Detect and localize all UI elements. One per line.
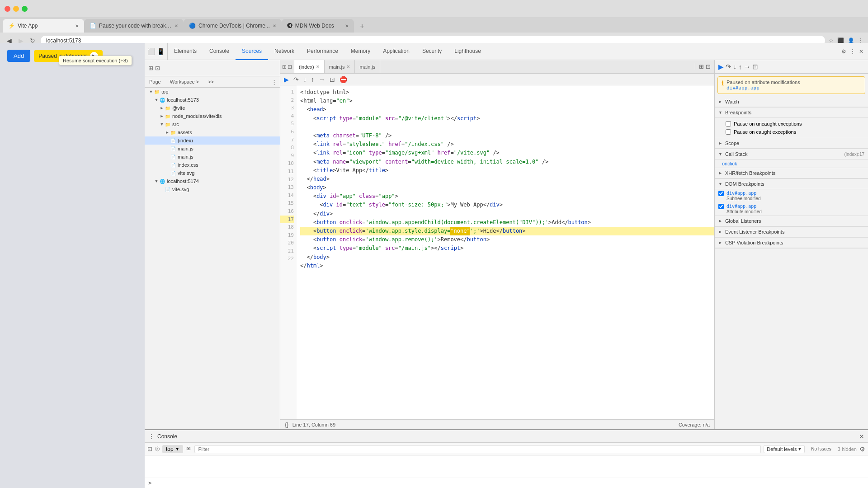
- tab-performance[interactable]: Performance: [301, 43, 344, 60]
- tab-close-devtools[interactable]: ✕: [273, 23, 276, 28]
- dont-pause-exception-button[interactable]: ⛔: [338, 76, 349, 83]
- source-tab-mainjs2[interactable]: main.js: [355, 60, 380, 74]
- maximize-button[interactable]: [22, 6, 28, 12]
- settings-icon[interactable]: ⚙: [841, 48, 846, 55]
- console-filter-input[interactable]: [194, 445, 761, 453]
- xhr-header[interactable]: ► XHR/fetch Breakpoints: [715, 168, 868, 178]
- tab-title-mdn: MDN Web Docs: [295, 23, 342, 29]
- add-button[interactable]: Add: [7, 50, 30, 62]
- console-eye-icon[interactable]: 👁: [186, 446, 192, 452]
- step-into-btn[interactable]: ↓: [733, 63, 737, 70]
- event-listener-header[interactable]: ► Event Listener Breakpoints: [715, 227, 868, 237]
- device-icon[interactable]: 📱: [157, 48, 165, 55]
- resume-execution-button[interactable]: ▶: [718, 63, 724, 71]
- sync-icon[interactable]: ⊞: [148, 65, 153, 71]
- console-settings-icon[interactable]: ⚙: [859, 446, 865, 453]
- close-devtools-icon[interactable]: ✕: [859, 48, 863, 55]
- tree-item-localhost-5174[interactable]: ▼ 🌐 localhost:5174: [145, 177, 280, 185]
- tab-sources[interactable]: Sources: [236, 43, 268, 60]
- tab-security[interactable]: Security: [416, 43, 448, 60]
- global-listeners-header[interactable]: ► Global Listeners: [715, 216, 868, 226]
- step-button[interactable]: →: [317, 76, 327, 83]
- new-file-icon[interactable]: ⋮: [271, 79, 277, 85]
- tab-close-mdn[interactable]: ✕: [345, 23, 349, 28]
- browser-tab-pause[interactable]: 📄 Pause your code with breakp... ✕: [84, 19, 184, 33]
- source-tab-mainjs1-close[interactable]: ✕: [346, 64, 350, 69]
- tab-close-pause[interactable]: ✕: [175, 23, 178, 28]
- tab-console[interactable]: Console: [203, 43, 236, 60]
- tab-lighthouse[interactable]: Lighthouse: [448, 43, 487, 60]
- toggle-sidebar-icon[interactable]: ⊡: [706, 63, 711, 70]
- tree-item-indexcss[interactable]: ► 📄 index.css: [145, 161, 280, 169]
- tree-item-top[interactable]: ▼ 📁 top: [145, 88, 280, 96]
- tree-item-src[interactable]: ▼ 📁 src: [145, 120, 280, 128]
- format-icon[interactable]: ⊡: [288, 64, 292, 70]
- resume-script-button[interactable]: ▶: [282, 76, 291, 83]
- call-stack-onclick[interactable]: onclick: [715, 160, 868, 168]
- tab-page[interactable]: Page: [145, 76, 165, 87]
- console-close-button[interactable]: ✕: [859, 433, 864, 440]
- console-levels-dropdown[interactable]: Default levels ▼: [764, 445, 805, 453]
- tree-item-vitesvg1[interactable]: ► 📄 vite.svg: [145, 169, 280, 177]
- deactivate-bp-btn[interactable]: ⊡: [752, 63, 758, 71]
- console-content[interactable]: [145, 455, 868, 478]
- console-filter-icon[interactable]: ⦾: [155, 446, 160, 453]
- console-clear-icon[interactable]: ⊡: [147, 446, 152, 452]
- source-panel: ⊞ ⊡ (index) ✕ main.js ✕ main.js: [280, 60, 714, 429]
- source-tab-index-close[interactable]: ✕: [316, 64, 320, 69]
- watch-header[interactable]: ► Watch: [715, 97, 868, 107]
- split-editor-icon[interactable]: ⊞: [699, 63, 704, 70]
- jump-icon[interactable]: ⊞: [282, 64, 287, 70]
- step-over-btn[interactable]: ↷: [726, 63, 731, 71]
- dom-bp-subtree-checkbox[interactable]: [718, 191, 724, 196]
- source-tab-mainjs1[interactable]: main.js ✕: [325, 60, 355, 74]
- browser-tab-mdn[interactable]: 🅜 MDN Web Docs ✕: [282, 19, 354, 33]
- step-btn[interactable]: →: [744, 63, 750, 70]
- tree-item-mainjs1[interactable]: ► 📄 main.js: [145, 145, 280, 153]
- step-into-button[interactable]: ↓: [302, 76, 308, 83]
- more-icon[interactable]: ⋮: [850, 48, 855, 55]
- new-tab-button[interactable]: +: [356, 20, 368, 33]
- tree-item-mainjs2[interactable]: ► 📄 main.js: [145, 153, 280, 161]
- dom-bp-header[interactable]: ▼ DOM Breakpoints: [715, 179, 868, 189]
- xhr-arrow: ►: [718, 171, 722, 175]
- browser-tab-devtools[interactable]: 🔵 Chrome DevTools | Chrome... ✕: [184, 19, 282, 33]
- dom-bp-attribute-checkbox[interactable]: [718, 204, 724, 209]
- code-editor[interactable]: 12345 678910 1112131415 1617181920 2122 …: [280, 85, 714, 419]
- tree-item-vite[interactable]: ► 📁 @vite: [145, 104, 280, 112]
- step-out-button[interactable]: ↑: [309, 76, 316, 83]
- minimize-button[interactable]: [13, 6, 19, 12]
- pretty-print-icon[interactable]: {}: [285, 421, 289, 428]
- bp-caught-checkbox[interactable]: [726, 129, 731, 135]
- global-listeners-section: ► Global Listeners: [715, 216, 868, 227]
- browser-tab-vite[interactable]: ⚡ Vite App ✕: [3, 19, 84, 33]
- tree-arrow-vite: ►: [159, 105, 165, 111]
- tree-item-vitesvg2[interactable]: ► 📄 vite.svg: [145, 185, 280, 193]
- inspect-icon[interactable]: ⬜: [147, 48, 155, 55]
- csp-header[interactable]: ► CSP Violation Breakpoints: [715, 238, 868, 248]
- close-button[interactable]: [5, 6, 10, 12]
- breakpoints-header[interactable]: ▼ Breakpoints: [715, 108, 868, 118]
- tab-workspace[interactable]: Workspace >: [165, 76, 203, 87]
- tree-item-index[interactable]: ► 📄 (index): [145, 136, 280, 145]
- tree-item-assets[interactable]: ► 📁 assets: [145, 128, 280, 136]
- deactivate-breakpoints-button[interactable]: ⊡: [328, 76, 337, 83]
- tree-item-localhost-5173[interactable]: ▼ 🌐 localhost:5173: [145, 96, 280, 104]
- breakpoints-icon[interactable]: ⊡: [155, 65, 160, 71]
- scope-header[interactable]: ► Scope: [715, 138, 868, 149]
- tab-memory[interactable]: Memory: [344, 43, 377, 60]
- source-tab-index[interactable]: (index) ✕: [294, 60, 325, 74]
- step-over-button[interactable]: ↷: [292, 76, 301, 83]
- tree-item-node-modules[interactable]: ► 📁 node_modules/vite/dis: [145, 112, 280, 120]
- tab-more[interactable]: >>: [203, 76, 218, 87]
- tab-network[interactable]: Network: [268, 43, 301, 60]
- tab-close-vite[interactable]: ✕: [75, 23, 79, 28]
- coverage-status: Coverage: n/a: [679, 422, 710, 427]
- tab-application[interactable]: Application: [377, 43, 416, 60]
- call-stack-header[interactable]: ▼ Call Stack (index):17: [715, 149, 868, 160]
- tab-elements[interactable]: Elements: [168, 43, 203, 60]
- console-top-dropdown[interactable]: top ▼: [162, 445, 183, 453]
- bp-uncaught-checkbox[interactable]: [726, 121, 731, 127]
- step-out-btn[interactable]: ↑: [739, 63, 742, 70]
- console-menu-icon[interactable]: ⋮: [148, 433, 155, 440]
